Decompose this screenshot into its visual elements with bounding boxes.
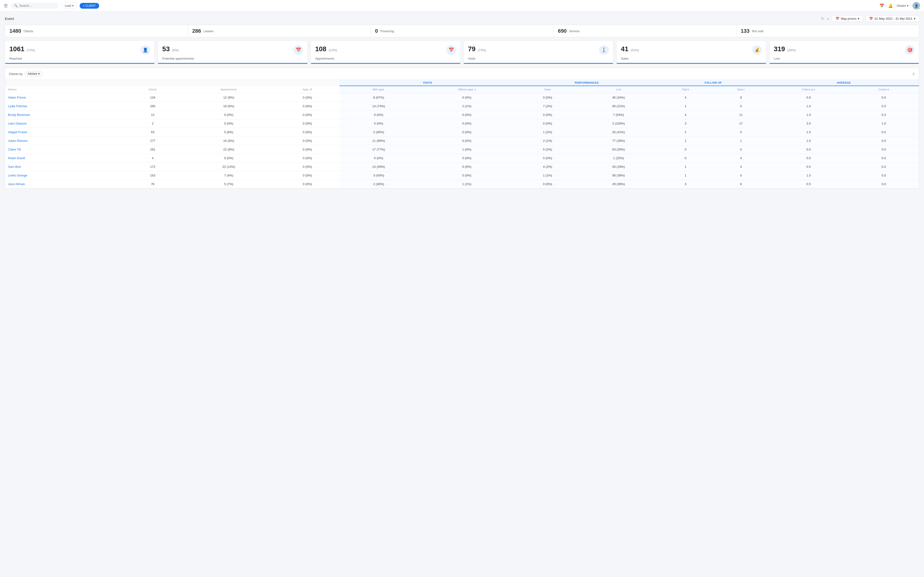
stat-item[interactable]: 286Leases — [188, 25, 371, 37]
stat-item[interactable]: 1480Clients — [5, 25, 188, 37]
search-input[interactable] — [19, 4, 50, 8]
follow-up-cell: 0.0 — [769, 145, 849, 154]
kpi-row: 1061 (72%) 👤 Reached 53 (6%) 📅 Potential… — [5, 40, 919, 64]
promo-button[interactable]: 📅 May promo ▾ — [832, 15, 863, 22]
stat-num: 286 — [192, 28, 201, 34]
date-cell: 0 — [713, 145, 769, 154]
chevron-down-icon: ▾ — [858, 17, 859, 21]
advisor-link[interactable]: Lydia Fletcher — [8, 104, 27, 108]
appt-cell: 0 (0%) — [275, 136, 339, 145]
lead-button[interactable]: Lead ▾ — [61, 3, 77, 9]
advisor-link[interactable]: Liam Dawson — [8, 122, 27, 125]
clients-cell: 134 — [123, 93, 182, 102]
sales-cell: 1 (2%) — [516, 128, 579, 136]
stat-item[interactable]: 133Not sold — [736, 25, 919, 37]
avatar-wrapper[interactable]: 👤 — [913, 2, 920, 10]
date-range-button[interactable]: 📅 01 May 2021 - 31 Myi 2021 ▾ — [866, 15, 919, 22]
without-appt-cell: 0 (0%) — [418, 154, 516, 162]
advisor-link[interactable]: Sam Burt — [8, 165, 21, 169]
followup-group-header: FOLLOW UP — [658, 80, 769, 86]
with-appt-cell: 17 (77%) — [339, 145, 418, 154]
info-icon: ℹ — [743, 88, 745, 91]
collapse-button[interactable]: ∧ — [912, 71, 915, 76]
chevron-down-icon: ▾ — [38, 72, 40, 76]
col-clients[interactable]: Clients — [123, 86, 182, 93]
col-with-appt[interactable]: With appt. — [339, 86, 418, 93]
collapse-icon[interactable]: ∧ — [827, 16, 829, 21]
col-appt[interactable]: Appt. ⚙ — [275, 86, 339, 93]
col-without-appt[interactable]: Without appt. ℹ — [418, 86, 516, 93]
sales-cell: 1 (1%) — [516, 171, 579, 180]
with-appt-cell: 2 (40%) — [339, 128, 418, 136]
appt-cell: 0 (0%) — [275, 110, 339, 119]
advisor-link[interactable]: Claire Till — [8, 148, 21, 151]
kpi-pct: (73%) — [478, 48, 486, 52]
info-icon: ℹ — [688, 88, 689, 91]
col-total[interactable]: Total ℹ — [658, 86, 714, 93]
col-follow-up[interactable]: Follow up ℹ — [769, 86, 849, 93]
advisor-link[interactable]: Julian Reeves — [8, 139, 27, 143]
col-date[interactable]: Date ℹ — [713, 86, 769, 93]
advisor-link[interactable]: Nolan David — [8, 156, 25, 160]
appt-cell: 0 (0%) — [275, 171, 339, 180]
advisor-cell: Liam Dawson — [5, 119, 123, 128]
with-appt-cell: 0 (0%) — [339, 110, 418, 119]
appt-cell: 0 (0%) — [275, 93, 339, 102]
client-button[interactable]: + CLIENT — [80, 3, 99, 9]
bell-icon[interactable]: 🔔 — [888, 3, 893, 8]
without-appt-cell: 1 (0%) — [418, 145, 516, 154]
advisor-link[interactable]: Lewis George — [8, 174, 27, 177]
kpi-card: 79 (73%) 🚶 Visits — [464, 40, 613, 64]
total-cell: 1 — [658, 102, 714, 110]
total-cell: 3 — [658, 180, 714, 188]
col-appointments[interactable]: Appointments — [182, 86, 275, 93]
search-box[interactable]: 🔍 — [11, 3, 59, 9]
event-title: Event — [5, 16, 14, 21]
advisor-link[interactable]: Brody Beckman — [8, 113, 30, 117]
appt-cell: 0 (0%) — [275, 102, 339, 110]
refresh-icon[interactable]: ↻ — [821, 16, 824, 21]
sales-cell: 2 (1%) — [516, 136, 579, 145]
group-header-row: VISITS PERFORMANCES FOLLOW UP AVERAGE — [5, 80, 919, 86]
calendar-icon[interactable]: 📅 — [879, 3, 884, 8]
advisor-link[interactable]: Abigail Fraser — [8, 130, 27, 134]
online-indicator — [918, 7, 920, 10]
lost-cell: 1 (25%) — [580, 154, 658, 162]
menu-icon[interactable]: ☰ — [4, 3, 8, 8]
dealer-select[interactable]: Dealer ▾ — [897, 4, 909, 8]
kpi-label: Sales — [621, 57, 762, 60]
date-range-label: 01 May 2021 - 31 Myi 2021 — [874, 17, 913, 21]
advisor-link[interactable]: Adam Prince — [8, 96, 26, 99]
without-appt-cell: 0 (0%) — [418, 136, 516, 145]
table-row: Liam Dawson 2 0 (0%) 0 (0%) 0 (0%) 0 (0%… — [5, 119, 919, 128]
total-cell: 3 — [658, 119, 714, 128]
without-appt-cell: 0 (0%) — [418, 162, 516, 171]
table-row: Sam Burt 172 22 (13%) 0 (0%) 13 (59%) 0 … — [5, 162, 919, 171]
stat-label: Clients — [24, 29, 33, 33]
col-sales[interactable]: Sales — [516, 86, 579, 93]
dealer-label: Dealer — [897, 4, 906, 8]
clients-cell: 2 — [123, 119, 182, 128]
appointments-cell: 5 (8%) — [182, 128, 275, 136]
stat-label: Service — [569, 29, 580, 33]
advisor-link[interactable]: Jace Altman — [8, 182, 25, 186]
total-cell: 0 — [658, 154, 714, 162]
follow-up-cell: 3.0 — [769, 119, 849, 128]
with-appt-cell: 2 (40%) — [339, 180, 418, 188]
table-row: Julian Reeves 277 16 (6%) 0 (0%) 11 (69%… — [5, 136, 919, 145]
col-lost[interactable]: Lost — [580, 86, 658, 93]
col-advisor[interactable]: Advisor — [5, 86, 123, 93]
table-row: Claire Till 281 22 (8%) 0 (0%) 17 (77%) … — [5, 145, 919, 154]
stat-item[interactable]: 0Financing — [371, 25, 554, 37]
group-empty — [5, 80, 339, 86]
stat-item[interactable]: 690Service — [553, 25, 736, 37]
lost-cell: 90 (31%) — [580, 102, 658, 110]
table-row: Jace Altman 76 5 (7%) 0 (0%) 2 (40%) 1 (… — [5, 180, 919, 188]
contact-cell: 0.0 — [848, 180, 919, 188]
advisor-filter-button[interactable]: Advisor ▾ — [24, 71, 43, 77]
kpi-icon: 📅 — [294, 45, 303, 55]
appointments-cell: 19 (6%) — [182, 102, 275, 110]
table-row: Lewis George 163 7 (4%) 0 (0%) 3 (43%) 0… — [5, 171, 919, 180]
kpi-card: 41 (52%) 💰 Sales — [616, 40, 766, 64]
col-contact[interactable]: Contact ℹ — [848, 86, 919, 93]
